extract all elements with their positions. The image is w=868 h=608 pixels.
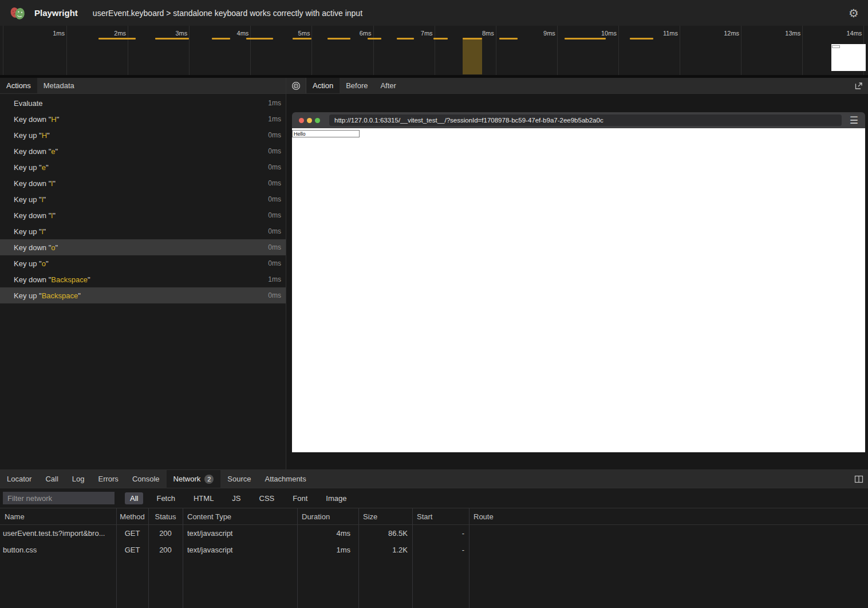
action-row[interactable]: Key up "Backspace"0ms: [0, 287, 286, 303]
tab-metadata[interactable]: Metadata: [37, 78, 81, 93]
tab-call[interactable]: Call: [38, 470, 65, 488]
column-header-start: Start: [412, 508, 469, 524]
action-key-value: e: [51, 147, 55, 156]
toggle-layout-button[interactable]: [854, 475, 863, 485]
timeline-tick-label: 12ms: [699, 30, 739, 37]
browser-chrome-bar: http://127.0.0.1:63315/__vitest_test__/?…: [292, 112, 865, 128]
tab-console[interactable]: Console: [125, 470, 167, 488]
settings-gear-icon[interactable]: ⚙: [849, 7, 859, 19]
column-header-size: Size: [358, 508, 412, 524]
timeline-gridline: [66, 26, 67, 75]
network-toolbar: AllFetchHTMLJSCSSFontImage: [0, 488, 868, 508]
column-header-content-type: Content Type: [183, 508, 297, 524]
action-key-value: H: [42, 131, 47, 140]
action-row[interactable]: Evaluate1ms: [0, 95, 286, 111]
action-row[interactable]: Key down "e"0ms: [0, 143, 286, 159]
tab-log[interactable]: Log: [65, 470, 92, 488]
filter-chip-all[interactable]: All: [125, 492, 143, 504]
tab-errors[interactable]: Errors: [91, 470, 125, 488]
tab-after[interactable]: After: [374, 78, 402, 93]
snapshot-page: [292, 128, 865, 452]
open-snapshot-external-button[interactable]: [854, 81, 863, 92]
tab-source[interactable]: Source: [220, 470, 258, 488]
action-row[interactable]: Key down "l"0ms: [0, 175, 286, 191]
action-duration: 1ms: [268, 275, 281, 283]
snapshot-text-input[interactable]: [292, 130, 360, 137]
cell-name: button.css: [0, 542, 116, 558]
timeline-gridline: [496, 26, 496, 75]
cell-status: 200: [148, 525, 183, 542]
tab-label: Metadata: [44, 81, 74, 90]
network-filter-input[interactable]: [3, 492, 115, 504]
tab-actions[interactable]: Actions: [0, 78, 37, 93]
action-key-value: l: [51, 211, 53, 220]
timeline-action-bar: [155, 38, 189, 40]
playwright-logo-icon: [9, 5, 26, 22]
action-key-value: l: [42, 195, 44, 204]
action-duration: 0ms: [268, 131, 281, 139]
actions-tabbar: ActionsMetadata: [0, 78, 286, 94]
action-row[interactable]: Key up "H"0ms: [0, 127, 286, 143]
timeline-action-bar: [246, 38, 273, 40]
column-header-status: Status: [148, 508, 183, 524]
tab-label: Action: [313, 81, 333, 90]
cell-method: GET: [116, 525, 148, 542]
action-row[interactable]: Key up "o"0ms: [0, 255, 286, 271]
cell-duration: 1ms: [297, 542, 358, 558]
cell-start: -: [412, 525, 469, 542]
filter-chip-fetch[interactable]: Fetch: [151, 492, 180, 504]
timeline-screenshot-thumbnail[interactable]: [831, 44, 866, 71]
action-row[interactable]: Key down "H"1ms: [0, 111, 286, 127]
tab-attachments[interactable]: Attachments: [258, 470, 313, 488]
timeline-action-bar: [463, 38, 482, 40]
network-request-row[interactable]: userEvent.test.ts?import&bro...GET200tex…: [0, 525, 868, 542]
timeline-gridline: [311, 26, 312, 75]
cell-size: 86.5K: [358, 525, 412, 542]
tab-before[interactable]: Before: [340, 78, 374, 93]
action-title: Key up "o": [14, 259, 268, 268]
action-row[interactable]: Key down "Backspace"1ms: [0, 271, 286, 287]
snapshot-tabbar: ActionBeforeAfter: [286, 78, 868, 94]
cell-method: GET: [116, 542, 148, 558]
timeline-tick-label: 5ms: [270, 30, 310, 37]
timeline-gridline: [741, 26, 741, 75]
network-table: NameMethodStatusContent TypeDurationSize…: [0, 508, 868, 608]
tab-network[interactable]: Network2: [167, 470, 221, 488]
timeline-gridline: [557, 26, 558, 75]
timeline-action-bar: [212, 38, 230, 40]
menu-icon: ☰: [850, 116, 858, 125]
tab-locator[interactable]: Locator: [0, 470, 38, 488]
timeline-selected-range: [463, 40, 482, 74]
action-duration: 0ms: [268, 179, 281, 187]
action-title: Evaluate: [14, 99, 268, 108]
timeline-tick-label: 1ms: [25, 30, 65, 37]
action-row[interactable]: Key up "l"0ms: [0, 191, 286, 207]
cell-route: [469, 525, 868, 542]
page-url: http://127.0.0.1:63315/__vitest_test__/?…: [334, 117, 603, 124]
app-title: Playwright: [34, 8, 78, 18]
pick-locator-button[interactable]: [286, 78, 306, 93]
traffic-light-yellow-icon: [307, 118, 312, 123]
snapshot-browser-window: http://127.0.0.1:63315/__vitest_test__/?…: [292, 112, 865, 452]
timeline[interactable]: 1ms2ms3ms4ms5ms6ms7ms8ms9ms10ms11ms12ms1…: [0, 26, 868, 78]
snapshot-area: http://127.0.0.1:63315/__vitest_test__/?…: [286, 94, 868, 469]
filter-chip-image[interactable]: Image: [321, 492, 352, 504]
action-title: Key down "e": [14, 147, 268, 156]
action-row[interactable]: Key up "l"0ms: [0, 223, 286, 239]
bullseye-icon: [291, 81, 301, 90]
filter-chip-js[interactable]: JS: [227, 492, 246, 504]
tab-label: Errors: [98, 475, 118, 483]
filter-chip-html[interactable]: HTML: [188, 492, 219, 504]
tab-action[interactable]: Action: [306, 78, 340, 93]
timeline-tick-label: 4ms: [208, 30, 248, 37]
filter-chip-font[interactable]: Font: [287, 492, 313, 504]
action-row[interactable]: Key up "e"0ms: [0, 159, 286, 175]
tab-label: Console: [132, 475, 160, 483]
action-title: Key up "Backspace": [14, 291, 268, 300]
thumbnail-input-box: [832, 45, 840, 48]
action-row[interactable]: Key down "l"0ms: [0, 207, 286, 223]
tab-label: Attachments: [265, 475, 306, 483]
action-row[interactable]: Key down "o"0ms: [0, 239, 286, 255]
network-request-row[interactable]: button.cssGET200text/javascript1ms1.2K-: [0, 542, 868, 558]
filter-chip-css[interactable]: CSS: [254, 492, 280, 504]
